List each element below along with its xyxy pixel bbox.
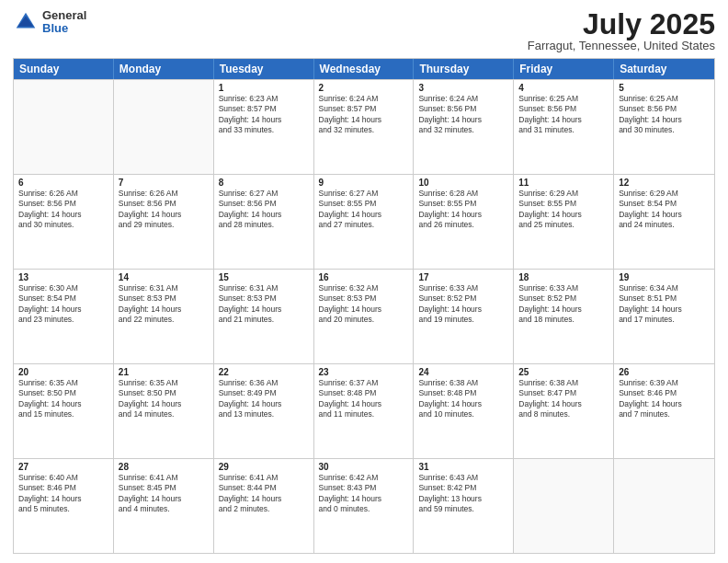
cell-line: Sunset: 8:56 PM: [418, 104, 508, 114]
day-number: 19: [619, 272, 710, 282]
cell-line: and 26 minutes.: [418, 220, 508, 230]
cell-line: and 11 minutes.: [319, 409, 409, 419]
day-number: 16: [319, 272, 409, 282]
cell-line: and 33 minutes.: [219, 125, 309, 135]
logo-text: General Blue: [42, 9, 86, 36]
calendar-cell-day-11: 11Sunrise: 6:29 AMSunset: 8:55 PMDayligh…: [514, 175, 614, 269]
day-number: 12: [619, 178, 710, 188]
day-number: 25: [518, 367, 609, 377]
logo-general-label: General: [42, 9, 86, 22]
day-number: 8: [219, 178, 309, 188]
cell-line: Sunrise: 6:28 AM: [418, 189, 508, 199]
calendar-cell-day-1: 1Sunrise: 6:23 AMSunset: 8:57 PMDaylight…: [214, 80, 314, 174]
day-number: 20: [18, 367, 108, 377]
cell-line: Sunset: 8:49 PM: [219, 388, 309, 398]
cell-line: Sunset: 8:55 PM: [319, 199, 409, 209]
cell-line: Sunset: 8:48 PM: [319, 388, 409, 398]
cell-line: Daylight: 14 hours: [619, 210, 710, 220]
day-number: 4: [518, 83, 609, 93]
cell-line: Sunrise: 6:32 AM: [319, 283, 409, 293]
day-number: 26: [619, 367, 710, 377]
calendar-cell-empty-0-1: [114, 80, 214, 174]
cell-line: Sunset: 8:57 PM: [219, 104, 309, 114]
calendar-row-2: 13Sunrise: 6:30 AMSunset: 8:54 PMDayligh…: [14, 269, 714, 363]
calendar-cell-day-6: 6Sunrise: 6:26 AMSunset: 8:56 PMDaylight…: [14, 175, 114, 269]
cell-line: Sunset: 8:56 PM: [219, 199, 309, 209]
day-number: 18: [518, 272, 609, 282]
calendar-cell-day-9: 9Sunrise: 6:27 AMSunset: 8:55 PMDaylight…: [314, 175, 415, 269]
day-number: 13: [18, 272, 108, 282]
cell-line: and 18 minutes.: [518, 315, 609, 325]
cell-line: Sunset: 8:51 PM: [619, 293, 710, 304]
day-number: 6: [18, 178, 108, 188]
cell-line: Daylight: 14 hours: [418, 115, 508, 125]
cell-line: Sunrise: 6:31 AM: [119, 283, 209, 293]
cell-line: Sunrise: 6:26 AM: [119, 189, 209, 199]
logo-blue-label: Blue: [42, 22, 86, 35]
cell-line: Daylight: 14 hours: [18, 399, 108, 409]
cell-line: Daylight: 14 hours: [119, 494, 209, 504]
calendar-cell-day-16: 16Sunrise: 6:32 AMSunset: 8:53 PMDayligh…: [314, 270, 415, 363]
day-number: 3: [418, 83, 508, 93]
cell-line: Sunrise: 6:34 AM: [619, 283, 710, 293]
calendar-cell-day-28: 28Sunrise: 6:41 AMSunset: 8:45 PMDayligh…: [114, 459, 214, 553]
cell-line: Sunset: 8:46 PM: [619, 388, 710, 398]
cell-line: Sunrise: 6:43 AM: [418, 473, 508, 483]
cell-line: Daylight: 13 hours: [418, 494, 508, 504]
calendar-cell-day-8: 8Sunrise: 6:27 AMSunset: 8:56 PMDaylight…: [214, 175, 314, 269]
cell-line: and 14 minutes.: [119, 409, 209, 419]
day-number: 14: [119, 272, 209, 282]
calendar-cell-day-24: 24Sunrise: 6:38 AMSunset: 8:48 PMDayligh…: [414, 364, 514, 458]
cell-line: Sunset: 8:56 PM: [18, 199, 108, 209]
day-number: 2: [319, 83, 409, 93]
calendar-cell-day-2: 2Sunrise: 6:24 AMSunset: 8:57 PMDaylight…: [314, 80, 415, 174]
cell-line: Sunrise: 6:38 AM: [518, 378, 609, 388]
calendar-cell-day-13: 13Sunrise: 6:30 AMSunset: 8:54 PMDayligh…: [14, 270, 114, 363]
cell-line: and 4 minutes.: [119, 504, 209, 514]
cell-line: Daylight: 14 hours: [319, 304, 409, 315]
cell-line: Sunrise: 6:39 AM: [619, 378, 710, 388]
calendar-cell-day-18: 18Sunrise: 6:33 AMSunset: 8:52 PMDayligh…: [514, 270, 614, 363]
cell-line: and 32 minutes.: [418, 125, 508, 135]
cell-line: Daylight: 14 hours: [319, 210, 409, 220]
calendar-cell-day-21: 21Sunrise: 6:35 AMSunset: 8:50 PMDayligh…: [114, 364, 214, 458]
day-number: 11: [518, 178, 609, 188]
cell-line: Sunset: 8:46 PM: [18, 483, 108, 493]
header-day-wednesday: Wednesday: [314, 59, 415, 79]
calendar-cell-day-30: 30Sunrise: 6:42 AMSunset: 8:43 PMDayligh…: [314, 459, 415, 553]
cell-line: and 22 minutes.: [119, 315, 209, 325]
cell-line: Sunset: 8:54 PM: [619, 199, 710, 209]
cell-line: Sunrise: 6:30 AM: [18, 283, 108, 293]
cell-line: and 13 minutes.: [219, 409, 309, 419]
cell-line: and 17 minutes.: [619, 315, 710, 325]
cell-line: Daylight: 14 hours: [619, 115, 710, 125]
cell-line: Sunset: 8:54 PM: [18, 293, 108, 304]
cell-line: Sunset: 8:48 PM: [418, 388, 508, 398]
cell-line: and 20 minutes.: [319, 315, 409, 325]
cell-line: Daylight: 14 hours: [319, 399, 409, 409]
cell-line: and 23 minutes.: [18, 315, 108, 325]
header-day-friday: Friday: [514, 59, 614, 79]
cell-line: and 24 minutes.: [619, 220, 710, 230]
cell-line: and 30 minutes.: [619, 125, 710, 135]
cell-line: Sunrise: 6:35 AM: [119, 378, 209, 388]
cell-line: Sunrise: 6:27 AM: [219, 189, 309, 199]
location: Farragut, Tennessee, United States: [528, 39, 715, 52]
cell-line: and 30 minutes.: [18, 220, 108, 230]
cell-line: and 31 minutes.: [518, 125, 609, 135]
cell-line: Daylight: 14 hours: [619, 304, 710, 315]
day-number: 27: [18, 462, 108, 472]
cell-line: Daylight: 14 hours: [119, 210, 209, 220]
cell-line: Sunrise: 6:33 AM: [418, 283, 508, 293]
cell-line: Daylight: 14 hours: [18, 494, 108, 504]
cell-line: Daylight: 14 hours: [518, 399, 609, 409]
cell-line: Daylight: 14 hours: [219, 399, 309, 409]
title-area: July 2025 Farragut, Tennessee, United St…: [528, 9, 715, 52]
day-number: 9: [319, 178, 409, 188]
logo: General Blue: [13, 9, 86, 36]
cell-line: Sunset: 8:57 PM: [319, 104, 409, 114]
cell-line: Daylight: 14 hours: [418, 304, 508, 315]
calendar-cell-day-14: 14Sunrise: 6:31 AMSunset: 8:53 PMDayligh…: [114, 270, 214, 363]
day-number: 10: [418, 178, 508, 188]
cell-line: Sunrise: 6:40 AM: [18, 473, 108, 483]
